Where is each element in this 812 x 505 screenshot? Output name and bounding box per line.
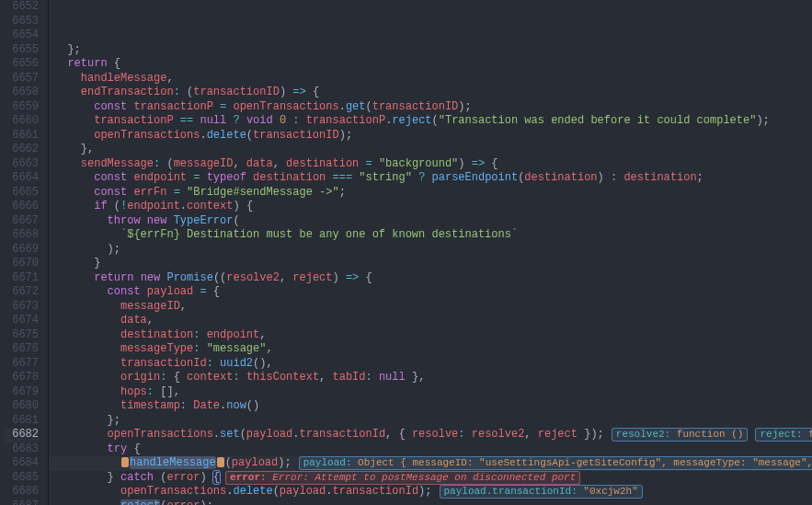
gutter-line[interactable]: 6671 (4, 271, 39, 286)
gutter-line[interactable]: 6685 (4, 471, 39, 486)
inline-error-hint: error: Error: Attempt to postMessage on … (225, 471, 580, 485)
code-line[interactable]: }; (54, 414, 812, 429)
code-line[interactable]: transactionId: uuid2(), (54, 357, 812, 372)
inline-value-hint: reject: function () (755, 428, 812, 442)
gutter-line[interactable]: 6682 (4, 428, 39, 442)
code-line[interactable]: } catch (error) {error: Error: Attempt t… (54, 471, 812, 486)
gutter-line[interactable]: 6678 (4, 371, 39, 385)
gutter-line[interactable]: 6686 (4, 485, 39, 499)
gutter[interactable]: 6652665366546655665666576658665966606661… (0, 0, 49, 505)
code-line[interactable]: openTransactions.delete(payload.transact… (54, 485, 812, 499)
code-line[interactable]: hops: [], (54, 385, 812, 400)
gutter-line[interactable]: 6672 (4, 285, 39, 300)
gutter-line[interactable]: 6656 (4, 57, 39, 72)
gutter-line[interactable]: 6661 (4, 129, 39, 143)
gutter-line[interactable]: 6667 (4, 214, 39, 229)
gutter-line[interactable]: 6669 (4, 243, 39, 258)
gutter-line[interactable]: 6662 (4, 143, 39, 157)
gutter-line[interactable]: 6660 (4, 114, 39, 129)
code-line[interactable]: } (54, 257, 812, 271)
gutter-line[interactable]: 6680 (4, 399, 39, 414)
code-line[interactable]: messageType: "message", (54, 342, 812, 357)
code-line[interactable]: handleMessage(payload);payload: Object {… (54, 456, 812, 471)
code-line[interactable]: openTransactions.delete(transactionID); (54, 129, 812, 143)
code-line[interactable] (54, 29, 812, 43)
debug-step-marker (217, 457, 224, 467)
gutter-line[interactable]: 6681 (4, 414, 39, 429)
gutter-line[interactable]: 6687 (4, 499, 39, 506)
inline-value-hint: resolve2: function () (612, 428, 749, 442)
gutter-line[interactable]: 6665 (4, 186, 39, 201)
gutter-line[interactable]: 6657 (4, 72, 39, 86)
code-line[interactable]: const transactionP = openTransactions.ge… (54, 100, 812, 115)
gutter-line[interactable]: 6674 (4, 314, 39, 328)
code-editor[interactable]: 6652665366546655665666576658665966606661… (0, 0, 812, 505)
gutter-line[interactable]: 6668 (4, 228, 39, 243)
code-line[interactable]: data, (54, 314, 812, 328)
code-line[interactable]: }, (54, 143, 812, 157)
gutter-line[interactable]: 6673 (4, 300, 39, 315)
gutter-line[interactable]: 6655 (4, 43, 39, 58)
code-line[interactable]: handleMessage, (54, 72, 812, 86)
gutter-line[interactable]: 6666 (4, 200, 39, 214)
gutter-line[interactable]: 6684 (4, 456, 39, 471)
code-line[interactable]: if (!endpoint.context) { (54, 200, 812, 214)
gutter-line[interactable]: 6676 (4, 342, 39, 357)
gutter-line[interactable]: 6664 (4, 171, 39, 186)
gutter-line[interactable]: 6677 (4, 357, 39, 372)
gutter-line[interactable]: 6675 (4, 328, 39, 343)
code-line[interactable]: transactionP == null ? void 0 : transact… (54, 114, 812, 129)
code-line[interactable]: return new Promise((resolve2, reject) =>… (54, 271, 812, 286)
code-line[interactable]: throw new TypeError( (54, 214, 812, 229)
gutter-line[interactable]: 6679 (4, 385, 39, 400)
gutter-line[interactable]: 6658 (4, 86, 39, 100)
code-line[interactable]: endTransaction: (transactionID) => { (54, 86, 812, 100)
gutter-line[interactable]: 6652 (4, 0, 39, 15)
code-line[interactable]: const payload = { (54, 285, 812, 300)
code-line[interactable]: openTransactions.set(payload.transaction… (54, 428, 812, 442)
code-line[interactable]: origin: { context: thisContext, tabId: n… (54, 371, 812, 385)
inline-value-hint: payload: Object { messageID: "useSetting… (299, 456, 812, 470)
gutter-line[interactable]: 6663 (4, 157, 39, 172)
gutter-line[interactable]: 6683 (4, 442, 39, 457)
code-line[interactable]: reject(error); (54, 499, 812, 506)
code-line[interactable]: destination: endpoint, (54, 328, 812, 343)
code-line[interactable]: sendMessage: (messageID, data, destinati… (54, 157, 812, 172)
code-line[interactable]: const endpoint = typeof destination === … (54, 171, 812, 186)
code-line[interactable]: `${errFn} Destination must be any one of… (54, 228, 812, 243)
debug-step-marker (121, 457, 129, 467)
code-line[interactable]: timestamp: Date.now() (54, 399, 812, 414)
code-line[interactable]: }; (54, 43, 812, 58)
code-line[interactable]: return { (54, 57, 812, 72)
code-line[interactable]: try { (54, 442, 812, 457)
code-line[interactable]: messageID, (54, 300, 812, 315)
code-line[interactable]: const errFn = "Bridge#sendMessage ->"; (54, 186, 812, 201)
gutter-line[interactable]: 6654 (4, 29, 39, 43)
code-area[interactable]: }; return { handleMessage, endTransactio… (49, 0, 812, 505)
code-line[interactable]: ); (54, 243, 812, 258)
inline-value-hint: payload.transactionId: "0xcjw2h" (440, 485, 643, 499)
gutter-line[interactable]: 6653 (4, 15, 39, 29)
gutter-line[interactable]: 6659 (4, 100, 39, 115)
gutter-line[interactable]: 6670 (4, 257, 39, 271)
